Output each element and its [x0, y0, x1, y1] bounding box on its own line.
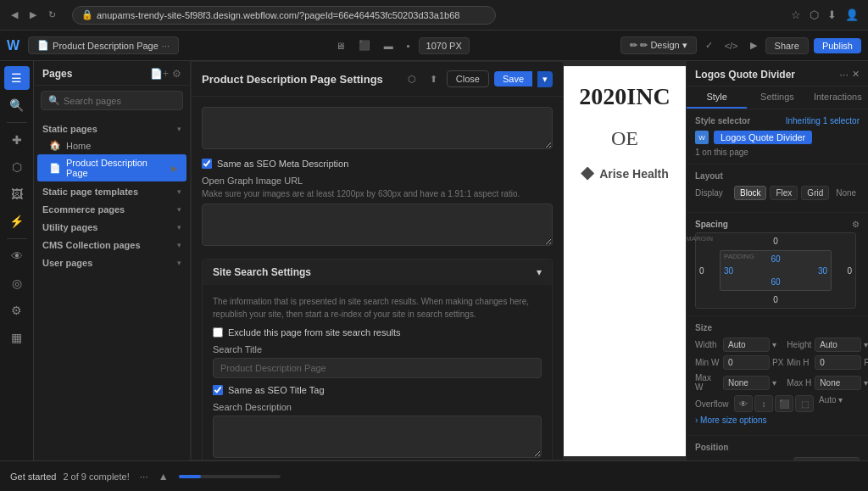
og-url-textarea[interactable] [202, 204, 553, 246]
eye-icon[interactable]: 👁 [4, 244, 30, 268]
publish-button[interactable]: Publish [814, 38, 861, 53]
tab-style[interactable]: Style [687, 86, 747, 109]
margin-left-val[interactable]: 0 [699, 266, 704, 276]
rs-dots[interactable]: ··· [839, 68, 849, 81]
settings-copy-icon[interactable]: ⬡ [403, 72, 420, 86]
search-title-input[interactable] [213, 358, 542, 378]
progress-dots[interactable]: ··· [136, 467, 152, 486]
view-tablet-btn[interactable]: ⬛ [353, 36, 376, 54]
download-icon[interactable]: ⬇ [825, 6, 839, 24]
meta-desc-textarea[interactable] [202, 107, 553, 149]
add-icon[interactable]: ✚ [4, 128, 30, 152]
cms-header[interactable]: CMS Collection pages ▾ [34, 235, 190, 253]
templates-header[interactable]: Static page templates ▾ [34, 181, 190, 199]
height-input[interactable] [815, 338, 861, 352]
page-item-home[interactable]: 🏠 Home [37, 137, 186, 154]
display-block-btn[interactable]: Block [734, 186, 766, 200]
min-h-label: Min H [787, 358, 812, 367]
pages-search-box[interactable]: 🔍 [41, 91, 183, 110]
exclude-checkbox[interactable] [213, 327, 223, 338]
spacing-settings-icon[interactable]: ⚙ [852, 220, 860, 229]
layers-icon[interactable]: ◎ [4, 271, 30, 295]
reload-button[interactable]: ↻ [44, 7, 60, 23]
close-button[interactable]: Close [447, 70, 489, 87]
design-button[interactable]: ✏ ✏ Design ▾ [620, 36, 696, 54]
width-input[interactable] [723, 338, 770, 352]
settings-share-icon[interactable]: ⬆ [426, 72, 442, 86]
margin-top-val[interactable]: 0 [773, 237, 778, 246]
progress-expand-icon[interactable]: ▲ [155, 467, 172, 486]
static-pages-header[interactable]: Static pages ▾ [34, 119, 190, 137]
add-page-icon[interactable]: 📄+ [150, 68, 169, 80]
display-none-btn[interactable]: None [832, 187, 860, 199]
save-button[interactable]: Save [494, 71, 532, 86]
user-header[interactable]: User pages ▾ [34, 253, 190, 271]
settings-body: Same as SEO Meta Description Open Graph … [192, 97, 563, 460]
site-search-section: Site Search Settings ▾ The information t… [202, 259, 553, 460]
margin-right-val[interactable]: 0 [847, 266, 852, 276]
min-h-input[interactable] [815, 355, 861, 370]
pages-icon[interactable]: ☰ [4, 66, 30, 90]
bookmark-icon[interactable]: ☆ [788, 6, 804, 24]
profile-icon[interactable]: 👤 [843, 6, 861, 24]
min-w-input[interactable] [723, 355, 770, 370]
site-search-body: The information that is presented in sit… [203, 285, 552, 460]
code-button[interactable]: </> [721, 37, 742, 54]
on-page-count: 1 on this page [695, 148, 860, 157]
check-button[interactable]: ✓ [702, 36, 716, 54]
display-grid-btn[interactable]: Grid [801, 186, 829, 200]
grid-icon[interactable]: ▦ [4, 326, 30, 349]
max-h-input[interactable] [815, 376, 861, 390]
extensions-icon[interactable]: ⬡ [807, 6, 821, 24]
utility-header[interactable]: Utility pages ▾ [34, 217, 190, 235]
overflow-auto-icon[interactable]: ⬚ [795, 395, 814, 412]
page-item-arrow: ▶ [171, 164, 178, 173]
same-seo-title-checkbox[interactable] [213, 385, 223, 395]
url-bar[interactable]: 🔒 anupams-trendy-site-5f98f3.design.webf… [72, 6, 496, 25]
home-icon: 🏠 [49, 140, 61, 151]
height-label: Height [787, 340, 812, 349]
search-icon[interactable]: 🔍 [4, 93, 30, 117]
ecommerce-arrow: ▾ [177, 205, 181, 214]
margin-bottom-val[interactable]: 0 [773, 295, 778, 304]
pages-search-input[interactable] [64, 96, 181, 106]
ecommerce-header[interactable]: Ecommerce pages ▾ [34, 199, 190, 217]
logic-icon[interactable]: ⚡ [4, 209, 30, 233]
padding-top-val[interactable]: 60 [771, 254, 780, 264]
more-size-options[interactable]: › More size options [695, 412, 860, 428]
display-flex-btn[interactable]: Flex [770, 186, 798, 200]
padding-left-val[interactable]: 30 [724, 266, 733, 276]
padding-right-val[interactable]: 30 [818, 266, 827, 276]
sidebar-divider [7, 122, 27, 123]
tab-settings[interactable]: Settings [747, 86, 807, 109]
settings-icon[interactable]: ⚙ [4, 299, 30, 322]
overflow-label: Overflow [695, 399, 731, 409]
site-search-title: Site Search Settings [213, 266, 311, 278]
site-search-header[interactable]: Site Search Settings ▾ [203, 259, 552, 285]
wf-right-controls: ✏ ✏ Design ▾ ✓ </> ▶ Share Publish [620, 36, 861, 54]
search-desc-textarea[interactable] [213, 416, 542, 458]
tab-interactions[interactable]: Interactions [808, 86, 868, 109]
back-button[interactable]: ◀ [7, 7, 22, 23]
overflow-hidden-icon[interactable]: ⬛ [775, 395, 793, 412]
selector-tag[interactable]: Logos Quote Divider [714, 131, 812, 144]
page-icon-product: 📄 [49, 163, 61, 174]
rs-close[interactable]: ✕ [852, 69, 860, 80]
view-mobile-btn[interactable]: ▪ [402, 37, 415, 54]
play-button[interactable]: ▶ [747, 36, 760, 54]
overflow-scroll-icon[interactable]: ↕ [754, 395, 773, 412]
panel-settings-icon[interactable]: ⚙ [172, 68, 181, 80]
overflow-visible-icon[interactable]: 👁 [734, 395, 753, 412]
view-desktop-btn[interactable]: 🖥 [331, 37, 350, 54]
view-mobile-land-btn[interactable]: ▬ [379, 37, 398, 54]
components-icon[interactable]: ⬡ [4, 155, 30, 179]
page-tab[interactable]: 📄 Product Description Page ··· [28, 36, 179, 54]
share-button[interactable]: Share [765, 37, 809, 54]
assets-icon[interactable]: 🖼 [4, 182, 30, 206]
seo-meta-checkbox[interactable] [202, 159, 212, 169]
max-w-input[interactable] [723, 376, 770, 390]
save-arrow-button[interactable]: ▾ [537, 71, 553, 87]
page-item-product[interactable]: 📄 Product Description Page ▶ [37, 154, 186, 181]
padding-bottom-val[interactable]: 60 [771, 277, 780, 287]
forward-button[interactable]: ▶ [25, 7, 41, 23]
